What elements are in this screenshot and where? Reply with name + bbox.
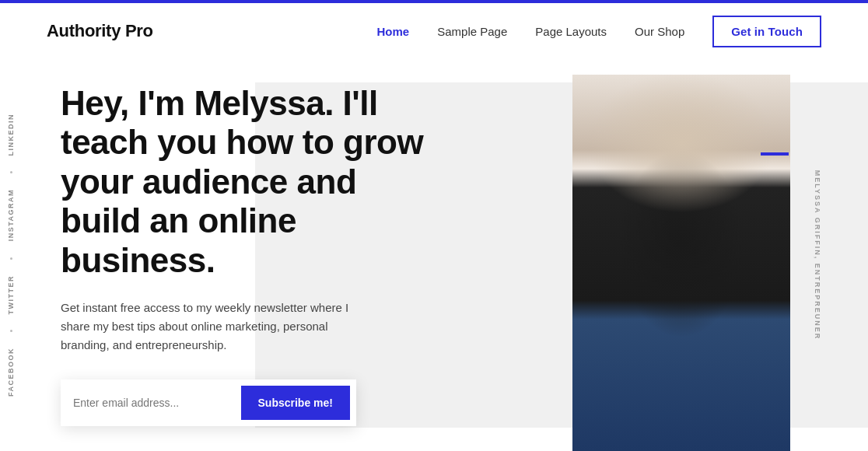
nav-link-sample[interactable]: Sample Page: [437, 25, 507, 38]
social-linkedin[interactable]: LINKEDIN: [7, 114, 15, 156]
site-header: Authority Pro Home Sample Page Page Layo…: [0, 3, 868, 59]
social-instagram[interactable]: INSTAGRAM: [7, 189, 15, 241]
site-title: Authority Pro: [47, 21, 153, 41]
image-caption: MELYSSA GRIFFIN, ENTREPREUNER: [790, 170, 821, 340]
hero-image-section: MELYSSA GRIFFIN, ENTREPREUNER: [572, 59, 821, 451]
main-nav: Home Sample Page Page Layouts Our Shop G…: [377, 16, 821, 47]
nav-link-shop[interactable]: Our Shop: [635, 25, 684, 38]
nav-link-home[interactable]: Home: [377, 25, 410, 38]
hero-text-section: Hey, I'm Melyssa. I'll teach you how to …: [22, 59, 504, 451]
subscribe-button[interactable]: Subscribe me!: [241, 386, 350, 420]
social-twitter[interactable]: TWITTER: [7, 275, 15, 315]
blue-accent-line: [761, 152, 789, 156]
hero-subtext: Get instant free access to my weekly new…: [61, 299, 356, 355]
social-sidebar: LINKEDIN INSTAGRAM TWITTER FACEBOOK: [0, 59, 22, 451]
social-dot-1: [10, 171, 12, 173]
get-in-touch-button[interactable]: Get in Touch: [712, 16, 821, 47]
social-dot-2: [10, 257, 12, 260]
email-form: Subscribe me!: [61, 379, 356, 426]
hero-heading: Hey, I'm Melyssa. I'll teach you how to …: [61, 84, 434, 281]
person-photo: [572, 75, 790, 451]
social-dot-3: [10, 330, 12, 332]
social-facebook[interactable]: FACEBOOK: [7, 348, 15, 397]
main-content: Hey, I'm Melyssa. I'll teach you how to …: [22, 59, 868, 451]
photo-frame: [572, 75, 790, 451]
nav-link-layouts[interactable]: Page Layouts: [535, 25, 607, 38]
email-input[interactable]: [73, 397, 241, 409]
